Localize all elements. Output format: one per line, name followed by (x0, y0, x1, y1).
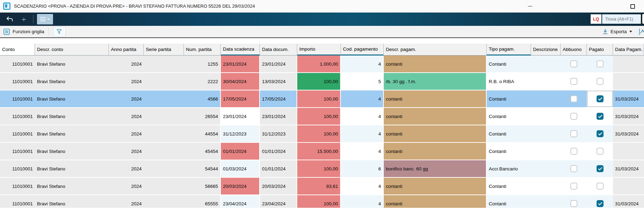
abbuono-checkbox[interactable] (570, 60, 577, 67)
cell-conto[interactable]: 11010001 (0, 73, 35, 90)
abbuono-checkbox[interactable] (570, 130, 577, 137)
column-header-descr_pagam[interactable]: Descr. pagam. (384, 44, 487, 56)
cell-data_pagam[interactable]: 31/03/2024 (613, 90, 644, 108)
column-header-cod[interactable]: Cod. pagamento (341, 44, 384, 56)
cell-conto[interactable]: 11010001 (0, 143, 35, 160)
pagato-checkbox[interactable] (597, 148, 604, 155)
cell-descr_pagam[interactable]: contanti (384, 125, 487, 143)
cell-serie[interactable] (144, 178, 184, 195)
cell-docum[interactable]: 23/01/2024 (260, 108, 297, 125)
cell-pagato[interactable] (587, 90, 613, 108)
cell-descrizione[interactable] (531, 108, 561, 125)
menu-button[interactable] (37, 14, 53, 24)
cell-descr_conto[interactable]: Bravi Stefano (35, 73, 109, 90)
cell-tipo[interactable]: Contanti (487, 143, 531, 160)
filter-button[interactable] (53, 27, 66, 37)
cell-anno[interactable]: 2024 (109, 178, 144, 195)
cell-docum[interactable]: 13/03/2024 (260, 73, 297, 90)
divide-button[interactable]: ÷ (18, 14, 29, 24)
cell-importo[interactable]: 83,61 (297, 178, 341, 195)
cell-abbuono[interactable] (561, 90, 587, 108)
cell-docum[interactable]: 23/04/2024 (260, 195, 297, 208)
cell-descr_conto[interactable]: Bravi Stefano (35, 160, 109, 178)
cell-abbuono[interactable] (561, 195, 587, 208)
cell-anno[interactable]: 2024 (109, 125, 144, 143)
column-header-importo[interactable]: Importo (297, 44, 341, 56)
column-header-num[interactable]: Num. partita (184, 44, 221, 56)
cell-pagato[interactable] (587, 143, 613, 160)
cell-scadenza[interactable]: 23/01/2024 (221, 108, 260, 125)
cell-importo[interactable]: 100,00 (297, 125, 341, 143)
cell-importo[interactable]: 15.500,00 (297, 143, 341, 160)
undo-button[interactable] (5, 14, 15, 24)
column-header-anno[interactable]: Anno partita (109, 44, 144, 56)
search-go-button[interactable] (642, 13, 644, 24)
cell-data_pagam[interactable]: 31/03/2024 (613, 125, 644, 143)
cell-abbuono[interactable] (561, 178, 587, 195)
cell-scadenza[interactable]: 23/04/2024 (221, 195, 260, 208)
cell-descrizione[interactable] (531, 195, 561, 208)
cell-descrizione[interactable] (531, 73, 561, 90)
cell-descr_pagam[interactable]: contanti (384, 90, 487, 108)
cell-tipo[interactable]: Contanti (487, 195, 531, 208)
cell-importo[interactable]: 100,00 (297, 90, 341, 108)
cell-docum[interactable]: 31/12/2023 (260, 125, 297, 143)
pagato-checkbox[interactable] (597, 60, 604, 67)
cell-serie[interactable] (144, 56, 184, 73)
cell-scadenza[interactable]: 01/03/2024 (221, 160, 260, 178)
cell-importo[interactable]: 100,00 (297, 73, 341, 90)
column-header-descr_conto[interactable]: Descr. conto (35, 44, 109, 56)
cell-conto[interactable]: 11010001 (0, 178, 35, 195)
column-header-docum[interactable]: Data docum. (260, 44, 297, 56)
cell-descrizione[interactable] (531, 90, 561, 108)
cell-pagato[interactable] (587, 73, 613, 90)
cell-descrizione[interactable] (531, 178, 561, 195)
cell-conto[interactable]: 11010001 (0, 125, 35, 143)
cell-anno[interactable]: 2024 (109, 108, 144, 125)
cell-anno[interactable]: 2024 (109, 56, 144, 73)
pagato-checkbox[interactable] (597, 78, 604, 85)
cell-descr_pagam[interactable]: contanti (384, 108, 487, 125)
cell-abbuono[interactable] (561, 125, 587, 143)
cell-anno[interactable]: 2024 (109, 90, 144, 108)
cell-abbuono[interactable] (561, 73, 587, 90)
cell-data_pagam[interactable]: 31/03/2024 (613, 160, 644, 178)
cell-cod[interactable]: 5 (341, 73, 384, 90)
abbuono-checkbox[interactable] (570, 165, 577, 172)
cell-serie[interactable] (144, 160, 184, 178)
cell-tipo[interactable]: Contanti (487, 125, 531, 143)
cell-num[interactable]: 26554 (184, 108, 221, 125)
search-input[interactable] (602, 14, 641, 24)
cell-cod[interactable]: 6 (341, 160, 384, 178)
cell-descr_conto[interactable]: Bravi Stefano (35, 56, 109, 73)
abbuono-checkbox[interactable] (570, 113, 577, 120)
cell-abbuono[interactable] (561, 160, 587, 178)
pagato-checkbox[interactable] (597, 95, 604, 102)
cell-conto[interactable]: 11010001 (0, 90, 35, 108)
cell-descr_conto[interactable]: Bravi Stefano (35, 125, 109, 143)
cell-anno[interactable]: 2024 (109, 160, 144, 178)
cell-scadenza[interactable]: 01/01/2024 (221, 143, 260, 160)
abbuono-checkbox[interactable] (570, 78, 577, 85)
cell-descrizione[interactable] (531, 143, 561, 160)
cell-cod[interactable]: 4 (341, 108, 384, 125)
pagato-checkbox[interactable] (597, 130, 604, 137)
cell-num[interactable]: 45454 (184, 143, 221, 160)
cell-anno[interactable]: 2024 (109, 73, 144, 90)
cell-descr_pagam[interactable]: contanti (384, 143, 487, 160)
cell-cod[interactable]: 4 (341, 178, 384, 195)
cell-pagato[interactable] (587, 108, 613, 125)
column-header-descrizione[interactable]: Descrizione (531, 44, 561, 56)
cell-docum[interactable]: 01/01/2024 (260, 160, 297, 178)
cell-num[interactable]: 56665 (184, 178, 221, 195)
cell-descr_pagam[interactable]: contanti (384, 178, 487, 195)
cell-descr_conto[interactable]: Bravi Stefano (35, 108, 109, 125)
cell-tipo[interactable]: Accr.Bancario (487, 160, 531, 178)
cell-serie[interactable] (144, 108, 184, 125)
cell-conto[interactable]: 11010001 (0, 160, 35, 178)
cell-data_pagam[interactable] (613, 178, 644, 195)
cell-descr_conto[interactable]: Bravi Stefano (35, 143, 109, 160)
cell-docum[interactable]: 23/01/2024 (260, 56, 297, 73)
cell-num[interactable]: 1255 (184, 56, 221, 73)
cell-num[interactable]: 65555 (184, 195, 221, 208)
